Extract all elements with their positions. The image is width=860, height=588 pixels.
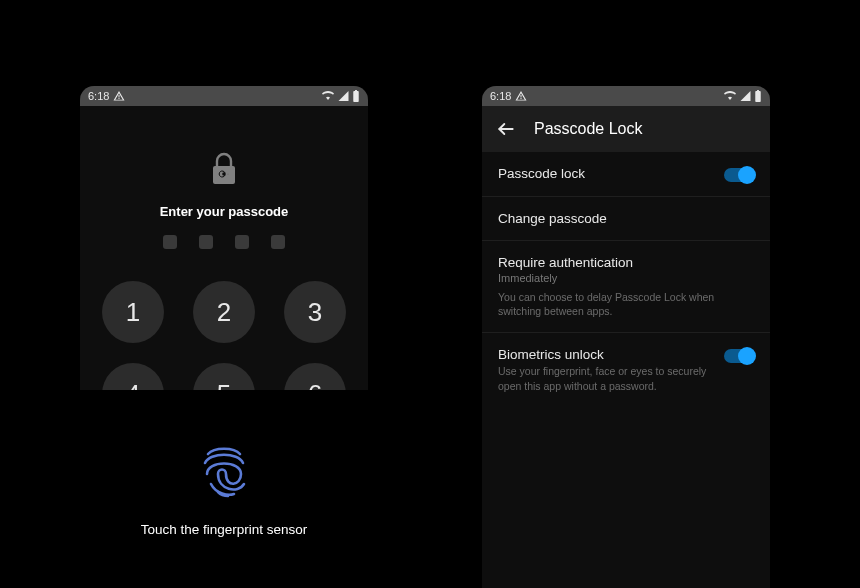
svg-rect-1 [355, 90, 357, 91]
signal-icon [337, 90, 350, 102]
phone-settings: 6:18 [482, 86, 770, 588]
setting-desc: You can choose to delay Passcode Lock wh… [498, 290, 746, 318]
fingerprint-icon[interactable] [198, 444, 250, 500]
status-time: 6:18 [88, 90, 109, 102]
lock-icon [210, 152, 238, 186]
battery-icon [352, 90, 360, 102]
svg-rect-5 [755, 91, 760, 102]
passcode-dot [163, 235, 177, 249]
setting-value: Immediately [498, 272, 746, 284]
svg-point-4 [227, 173, 228, 174]
setting-change-passcode[interactable]: Change passcode [482, 197, 770, 241]
toggle-passcode-lock[interactable] [724, 168, 754, 182]
battery-icon [754, 90, 762, 102]
passcode-prompt: Enter your passcode [80, 204, 368, 219]
fingerprint-prompt: Touch the fingerprint sensor [80, 522, 368, 537]
setting-title: Require authentication [498, 255, 746, 270]
passcode-dots [80, 235, 368, 249]
status-bar: 6:18 [482, 86, 770, 106]
setting-passcode-lock[interactable]: Passcode lock [482, 152, 770, 197]
status-time: 6:18 [490, 90, 511, 102]
phone-passcode: 6:18 [80, 86, 368, 588]
setting-title: Change passcode [498, 211, 746, 226]
warning-icon [515, 90, 527, 102]
setting-title: Passcode lock [498, 166, 716, 181]
svg-rect-6 [757, 90, 759, 91]
svg-rect-0 [353, 91, 358, 102]
keypad-3[interactable]: 3 [284, 281, 346, 343]
wifi-icon [321, 90, 335, 102]
signal-icon [739, 90, 752, 102]
appbar-title: Passcode Lock [534, 120, 643, 138]
setting-desc: Use your fingerprint, face or eyes to se… [498, 364, 716, 392]
status-bar: 6:18 [80, 86, 368, 106]
fingerprint-overlay: Touch the fingerprint sensor [80, 390, 368, 588]
keypad-2[interactable]: 2 [193, 281, 255, 343]
passcode-dot [199, 235, 213, 249]
setting-require-auth[interactable]: Require authentication Immediately You c… [482, 241, 770, 333]
warning-icon [113, 90, 125, 102]
app-bar: Passcode Lock [482, 106, 770, 152]
passcode-dot [271, 235, 285, 249]
passcode-area: Enter your passcode 1 2 3 4 5 6 [80, 106, 368, 425]
settings-list: Passcode lock Change passcode Require au… [482, 152, 770, 407]
wifi-icon [723, 90, 737, 102]
setting-title: Biometrics unlock [498, 347, 716, 362]
keypad-1[interactable]: 1 [102, 281, 164, 343]
back-button[interactable] [494, 117, 518, 141]
setting-biometrics[interactable]: Biometrics unlock Use your fingerprint, … [482, 333, 770, 406]
passcode-dot [235, 235, 249, 249]
toggle-biometrics[interactable] [724, 349, 754, 363]
